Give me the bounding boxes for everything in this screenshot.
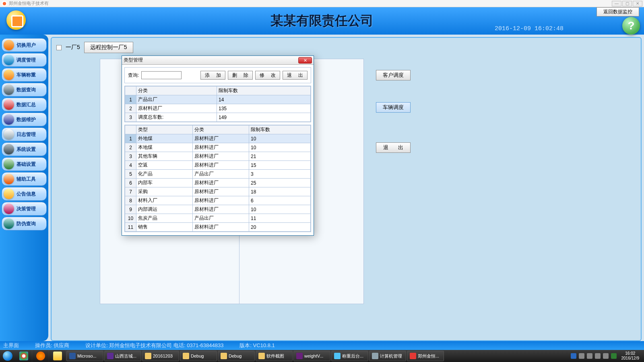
taskbar-item-1[interactable]: 山西古城... <box>104 351 141 361</box>
add-button[interactable]: 添 加 <box>200 71 225 80</box>
table-cell[interactable]: 6 <box>249 196 311 205</box>
taskbar-item-5[interactable]: 软件截图 <box>256 351 293 361</box>
sidebar-item-1[interactable]: 调度管理 <box>2 53 47 67</box>
table-cell[interactable]: 外地煤 <box>136 134 193 143</box>
table-cell[interactable]: 11 <box>249 214 311 223</box>
col-header[interactable]: 分类 <box>136 86 217 95</box>
maximize-button[interactable]: ▢ <box>622 1 632 6</box>
close-button[interactable]: ✕ <box>633 1 642 6</box>
pinned-chrome[interactable] <box>15 350 32 362</box>
table-cell[interactable]: 内部车 <box>136 179 193 187</box>
table-cell[interactable]: 产品出厂 <box>136 95 217 104</box>
sidebar-item-7[interactable]: 系统设置 <box>2 142 47 156</box>
dialog-close-button[interactable]: ✕ <box>298 57 312 64</box>
sidebar-item-0[interactable]: 切换用户 <box>2 38 47 52</box>
row-header[interactable]: 1 <box>125 134 136 143</box>
start-button[interactable] <box>0 350 15 362</box>
table-cell[interactable]: 原材料进厂 <box>193 187 249 196</box>
tray-volume-icon[interactable] <box>595 353 601 359</box>
table-cell[interactable]: 149 <box>217 113 311 122</box>
row-header[interactable]: 2 <box>125 143 136 152</box>
sidebar-item-10[interactable]: 公告信息 <box>2 187 47 201</box>
col-header[interactable]: 限制车数 <box>249 125 311 134</box>
table-cell[interactable]: 原材料进厂 <box>193 179 249 187</box>
row-header[interactable]: 4 <box>125 161 136 170</box>
col-header[interactable]: 限制车数 <box>217 86 311 95</box>
factory-checkbox[interactable] <box>56 45 62 50</box>
sidebar-item-5[interactable]: 数据维护 <box>2 113 47 126</box>
table-cell[interactable]: 采购 <box>136 187 193 196</box>
sidebar-item-6[interactable]: 日志管理 <box>2 128 47 141</box>
row-header[interactable]: 10 <box>125 214 136 223</box>
table-cell[interactable]: 原材料进厂 <box>193 134 249 143</box>
sidebar-item-8[interactable]: 基础设置 <box>2 157 47 171</box>
table-cell[interactable]: 135 <box>217 104 311 113</box>
modify-button[interactable]: 修 改 <box>255 71 280 80</box>
tray-flag-icon[interactable] <box>587 353 592 359</box>
delete-button[interactable]: 删 除 <box>228 71 253 80</box>
row-header[interactable]: 11 <box>125 223 136 232</box>
row-header[interactable]: 5 <box>125 170 136 179</box>
table-cell[interactable]: 原材料进厂 <box>193 205 249 214</box>
row-header[interactable]: 9 <box>125 205 136 214</box>
table-cell[interactable]: 原材料进厂 <box>193 196 249 205</box>
sidebar-item-2[interactable]: 车辆称重 <box>2 68 47 82</box>
vehicle-dispatch-button[interactable]: 车辆调度 <box>376 102 411 113</box>
tray-shield-icon[interactable] <box>611 353 617 359</box>
customer-dispatch-button[interactable]: 客户调度 <box>376 70 411 80</box>
row-header[interactable]: 2 <box>125 104 136 113</box>
table-cell[interactable]: 材料入厂 <box>136 196 193 205</box>
taskbar-item-4[interactable]: Debug <box>218 351 255 361</box>
pinned-app[interactable] <box>49 350 66 362</box>
dialog-exit-button[interactable]: 退 出 <box>283 71 308 80</box>
taskbar-item-3[interactable]: Debug <box>180 351 217 361</box>
col-header[interactable]: 类型 <box>136 125 193 134</box>
table-cell[interactable]: 原材料进厂 <box>193 143 249 152</box>
row-header[interactable]: 3 <box>125 152 136 161</box>
sidebar-item-9[interactable]: 辅助工具 <box>2 172 47 186</box>
table-cell[interactable]: 原材料进厂 <box>193 161 249 170</box>
pinned-firefox[interactable] <box>32 350 49 362</box>
taskbar-item-8[interactable]: 计算机管理 <box>369 351 406 361</box>
table-cell[interactable]: 20 <box>249 223 311 232</box>
tray-lang-icon[interactable] <box>571 353 576 359</box>
row-header[interactable]: 1 <box>125 95 136 104</box>
query-input[interactable] <box>141 71 182 79</box>
row-header[interactable]: 7 <box>125 187 136 196</box>
table-cell[interactable]: 焦炭产品 <box>136 214 193 223</box>
table-cell[interactable]: 调度总车数: <box>136 113 217 122</box>
help-icon[interactable]: ? <box>622 17 640 35</box>
dialog-titlebar[interactable]: 类型管理 ✕ <box>122 56 314 65</box>
back-to-data-button[interactable]: 返回数据监控 <box>597 7 639 16</box>
sidebar-item-3[interactable]: 数据查询 <box>2 83 47 97</box>
taskbar-clock[interactable]: 16:02 2016/12/9 <box>619 351 642 361</box>
taskbar-item-6[interactable]: weightV... <box>293 351 330 361</box>
sidebar-item-11[interactable]: 决策管理 <box>2 202 47 216</box>
taskbar-item-9[interactable]: 郑州金恒... <box>407 351 444 361</box>
col-header[interactable]: 分类 <box>193 125 249 134</box>
table-cell[interactable]: 14 <box>217 95 311 104</box>
row-header[interactable]: 6 <box>125 179 136 187</box>
table-cell[interactable]: 3 <box>249 170 311 179</box>
remote-control-button[interactable]: 远程控制一厂5 <box>84 42 133 53</box>
table-cell[interactable]: 15 <box>249 161 311 170</box>
table-cell[interactable]: 10 <box>249 205 311 214</box>
tray-up-icon[interactable] <box>579 353 584 359</box>
minimize-button[interactable]: — <box>612 1 621 6</box>
taskbar-item-0[interactable]: Microso... <box>66 351 103 361</box>
taskbar-item-2[interactable]: 20161203 <box>142 351 179 361</box>
row-header[interactable]: 8 <box>125 196 136 205</box>
table-cell[interactable]: 原材料进厂 <box>193 223 249 232</box>
table-cell[interactable]: 原材料进厂 <box>136 104 217 113</box>
table-cell[interactable]: 本地煤 <box>136 143 193 152</box>
table-cell[interactable]: 21 <box>249 152 311 161</box>
tray-net-icon[interactable] <box>603 353 609 359</box>
table-cell[interactable]: 18 <box>249 187 311 196</box>
table-cell[interactable]: 10 <box>249 134 311 143</box>
sidebar-item-12[interactable]: 防伪查询 <box>2 217 47 230</box>
table-cell[interactable]: 10 <box>249 143 311 152</box>
table-cell[interactable]: 销售 <box>136 223 193 232</box>
table-cell[interactable]: 25 <box>249 179 311 187</box>
table-cell[interactable]: 产品出厂 <box>193 170 249 179</box>
table-cell[interactable]: 其他车辆 <box>136 152 193 161</box>
